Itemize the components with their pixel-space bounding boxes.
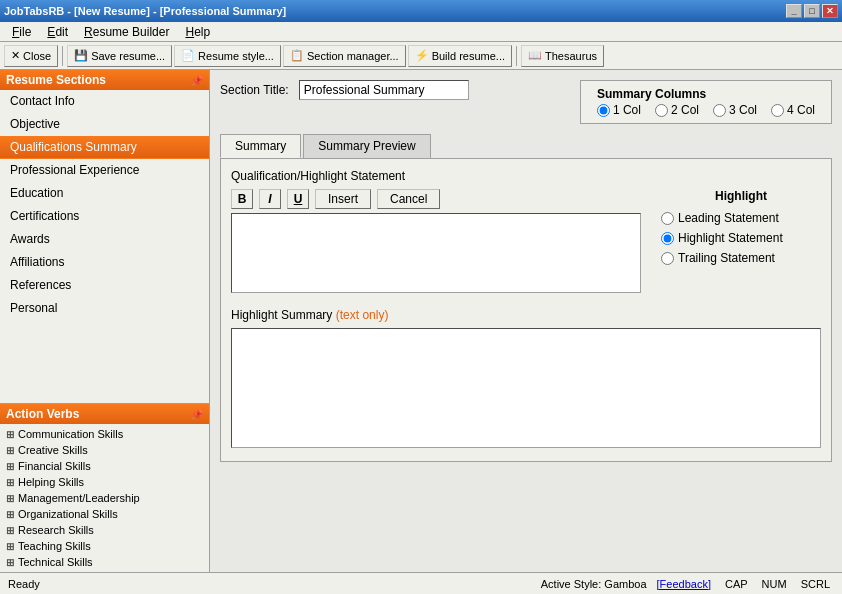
save-resume-button[interactable]: 💾 Save resume...	[67, 45, 172, 67]
leading-statement-option[interactable]: Leading Statement	[661, 211, 821, 225]
text-area-wrapper: B I U Insert Cancel	[231, 189, 641, 296]
status-right: Active Style: Gamboa [Feedback] CAP NUM …	[541, 578, 834, 590]
status-bar: Ready Active Style: Gamboa [Feedback] CA…	[0, 572, 842, 594]
resume-style-button[interactable]: 📄 Resume style...	[174, 45, 281, 67]
qualification-textarea[interactable]	[231, 213, 641, 293]
section-qualifications-summary[interactable]: Qualifications Summary	[0, 136, 209, 159]
verb-management-leadership[interactable]: ⊞ Management/Leadership	[0, 490, 209, 506]
col-2-option[interactable]: 2 Col	[655, 103, 699, 117]
highlight-panel: Highlight Leading Statement Highlight St…	[661, 189, 821, 296]
section-title-label: Section Title:	[220, 83, 289, 97]
section-title-input[interactable]	[299, 80, 469, 100]
action-verbs-pin-button[interactable]: 📌	[191, 409, 203, 420]
summary-columns-radio-group: 1 Col 2 Col 3 Col 4 Col	[597, 103, 815, 117]
section-affiliations[interactable]: Affiliations	[0, 251, 209, 274]
menu-resume-builder[interactable]: Resume Builder	[76, 23, 177, 41]
highlight-title: Highlight	[661, 189, 821, 203]
right-content: Section Title: Summary Columns 1 Col 2 C…	[210, 70, 842, 572]
action-verbs-header: Action Verbs 📌	[0, 404, 209, 424]
editor-toolbar: B I U Insert Cancel	[231, 189, 641, 209]
num-indicator: NUM	[758, 578, 791, 590]
status-text: Ready	[8, 578, 40, 590]
verb-research-skills[interactable]: ⊞ Research Skills	[0, 522, 209, 538]
toolbar: ✕ Close 💾 Save resume... 📄 Resume style.…	[0, 42, 842, 70]
highlight-summary-textarea[interactable]	[231, 328, 821, 448]
section-awards[interactable]: Awards	[0, 228, 209, 251]
highlight-summary-suffix: (text only)	[336, 308, 389, 322]
menu-edit[interactable]: Edit	[39, 23, 76, 41]
section-contact-info[interactable]: Contact Info	[0, 90, 209, 113]
toolbar-separator-2	[516, 46, 517, 66]
tab-content: Qualification/Highlight Statement B I U …	[220, 159, 832, 462]
minimize-button[interactable]: _	[786, 4, 802, 18]
title-bar: JobTabsRB - [New Resume] - [Professional…	[0, 0, 842, 22]
highlight-statement-option[interactable]: Highlight Statement	[661, 231, 821, 245]
section-personal[interactable]: Personal	[0, 297, 209, 320]
section-manager-button[interactable]: 📋 Section manager...	[283, 45, 406, 67]
section-education[interactable]: Education	[0, 182, 209, 205]
expand-icon[interactable]: ⊞	[6, 509, 14, 520]
scrl-indicator: SCRL	[797, 578, 834, 590]
summary-columns-title: Summary Columns	[597, 87, 815, 101]
verb-technical-skills[interactable]: ⊞ Technical Skills	[0, 554, 209, 570]
verb-teaching-skills[interactable]: ⊞ Teaching Skills	[0, 538, 209, 554]
window-controls: _ □ ✕	[786, 4, 838, 18]
active-style-value: Gamboa	[604, 578, 646, 590]
verb-financial-skills[interactable]: ⊞ Financial Skills	[0, 458, 209, 474]
italic-button[interactable]: I	[259, 189, 281, 209]
section-title-row: Section Title:	[220, 80, 469, 100]
menu-bar: File Edit Resume Builder Help	[0, 22, 842, 42]
expand-icon[interactable]: ⊞	[6, 557, 14, 568]
expand-icon[interactable]: ⊞	[6, 445, 14, 456]
app-title: JobTabsRB - [New Resume] - [Professional…	[4, 5, 286, 17]
trailing-statement-option[interactable]: Trailing Statement	[661, 251, 821, 265]
build-resume-button[interactable]: ⚡ Build resume...	[408, 45, 512, 67]
status-indicators: CAP NUM SCRL	[721, 578, 834, 590]
feedback-link[interactable]: [Feedback]	[657, 578, 711, 590]
verb-helping-skills[interactable]: ⊞ Helping Skills	[0, 474, 209, 490]
close-button[interactable]: ✕ Close	[4, 45, 58, 67]
col-1-option[interactable]: 1 Col	[597, 103, 641, 117]
expand-icon[interactable]: ⊞	[6, 477, 14, 488]
verb-organizational-skills[interactable]: ⊞ Organizational Skills	[0, 506, 209, 522]
section-objective[interactable]: Objective	[0, 113, 209, 136]
active-style-label: Active Style: Gamboa	[541, 578, 647, 590]
editor-area: B I U Insert Cancel Highlight Leading St…	[231, 189, 821, 296]
bold-button[interactable]: B	[231, 189, 253, 209]
expand-icon[interactable]: ⊞	[6, 461, 14, 472]
expand-icon[interactable]: ⊞	[6, 541, 14, 552]
maximize-button[interactable]: □	[804, 4, 820, 18]
action-verbs-panel: Action Verbs 📌 ⊞ Communication Skills ⊞ …	[0, 403, 209, 572]
tab-summary-preview[interactable]: Summary Preview	[303, 134, 430, 158]
cancel-button[interactable]: Cancel	[377, 189, 440, 209]
main-area: Resume Sections 📌 Contact Info Objective…	[0, 70, 842, 572]
cap-indicator: CAP	[721, 578, 752, 590]
section-certifications[interactable]: Certifications	[0, 205, 209, 228]
underline-button[interactable]: U	[287, 189, 309, 209]
menu-help[interactable]: Help	[177, 23, 218, 41]
col-4-option[interactable]: 4 Col	[771, 103, 815, 117]
col-3-option[interactable]: 3 Col	[713, 103, 757, 117]
close-button[interactable]: ✕	[822, 4, 838, 18]
expand-icon[interactable]: ⊞	[6, 493, 14, 504]
toolbar-separator	[62, 46, 63, 66]
expand-icon[interactable]: ⊞	[6, 525, 14, 536]
section-professional-experience[interactable]: Professional Experience	[0, 159, 209, 182]
status-left: Ready	[8, 578, 40, 590]
verb-list: ⊞ Communication Skills ⊞ Creative Skills…	[0, 424, 209, 572]
verb-creative-skills[interactable]: ⊞ Creative Skills	[0, 442, 209, 458]
section-references[interactable]: References	[0, 274, 209, 297]
resume-sections-header: Resume Sections 📌	[0, 70, 209, 90]
highlight-summary-label: Highlight Summary (text only)	[231, 308, 821, 322]
insert-button[interactable]: Insert	[315, 189, 371, 209]
left-panel: Resume Sections 📌 Contact Info Objective…	[0, 70, 210, 572]
pin-button[interactable]: 📌	[191, 75, 203, 86]
qualification-label: Qualification/Highlight Statement	[231, 169, 821, 183]
tab-summary[interactable]: Summary	[220, 134, 301, 158]
menu-file[interactable]: File	[4, 23, 39, 41]
verb-communication-skills[interactable]: ⊞ Communication Skills	[0, 426, 209, 442]
summary-columns-box: Summary Columns 1 Col 2 Col 3 Col 4 Col	[580, 80, 832, 124]
thesaurus-button[interactable]: 📖 Thesaurus	[521, 45, 604, 67]
tabs-row: Summary Summary Preview	[220, 134, 832, 159]
expand-icon[interactable]: ⊞	[6, 429, 14, 440]
